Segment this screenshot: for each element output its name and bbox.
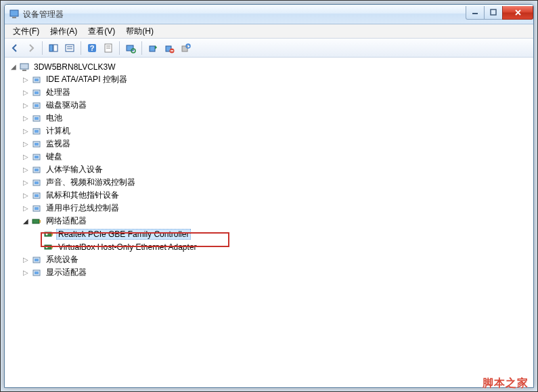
svg-rect-14: [127, 45, 133, 51]
update-icon: [148, 43, 158, 53]
svg-rect-57: [35, 271, 39, 274]
app-icon: [9, 9, 20, 20]
tree-category[interactable]: ▷通用串行总线控制器: [21, 202, 532, 215]
tree-category[interactable]: ▷处理器: [21, 86, 532, 99]
device-manager-window: 设备管理器 文件(F) 操作(A) 查看(V) 帮助(H) ?: [4, 4, 534, 388]
tree-category[interactable]: ▷计算机: [21, 125, 532, 137]
tree-category[interactable]: ▷鼠标和其他指针设备: [21, 189, 532, 202]
svg-point-53: [46, 246, 48, 248]
titlebar[interactable]: 设备管理器: [5, 5, 533, 24]
expand-icon[interactable]: ▷: [21, 191, 30, 200]
minimize-button[interactable]: [466, 6, 485, 20]
tree-root[interactable]: ◢3DW5BRN8LVCLK3W: [9, 60, 532, 73]
network-adapter-icon: [31, 216, 42, 227]
svg-text:?: ?: [90, 44, 95, 52]
properties-button[interactable]: [101, 41, 116, 56]
expand-icon[interactable]: ▷: [21, 204, 30, 213]
toolbar-separator: [141, 41, 142, 55]
device-category-icon: [31, 165, 42, 175]
expand-icon[interactable]: ▷: [21, 139, 30, 149]
menu-file[interactable]: 文件(F): [7, 24, 45, 39]
show-hide-button[interactable]: [46, 41, 61, 56]
uninstall-button[interactable]: [178, 41, 193, 56]
tree-category[interactable]: ▷系统设备: [21, 253, 532, 266]
svg-point-50: [46, 233, 48, 235]
show-pane-icon: [48, 43, 59, 53]
svg-rect-37: [35, 156, 39, 158]
update-driver-button[interactable]: [145, 41, 160, 56]
tree-category-label: 计算机: [44, 125, 72, 137]
expand-icon[interactable]: ▷: [21, 101, 30, 110]
disable-icon: [164, 43, 175, 53]
tree-category[interactable]: ▷磁盘驱动器: [21, 99, 532, 112]
expand-icon[interactable]: ▷: [21, 152, 30, 162]
svg-rect-25: [35, 79, 39, 81]
tree-category-label: 声音、视频和游戏控制器: [44, 176, 137, 189]
tree-device[interactable]: VirtualBox Host-Only Ethernet Adapter: [33, 240, 532, 253]
tree-device[interactable]: Realtek PCIe GBE Family Controller: [33, 227, 532, 240]
svg-rect-55: [35, 259, 39, 261]
svg-rect-31: [35, 117, 39, 120]
menubar: 文件(F) 操作(A) 查看(V) 帮助(H): [5, 24, 533, 39]
network-card-icon: [43, 229, 54, 240]
help-icon: ?: [87, 43, 97, 53]
expand-icon[interactable]: ▷: [21, 127, 30, 136]
tree-category-label: 处理器: [44, 86, 72, 99]
tree-category[interactable]: ▷键盘: [21, 150, 532, 163]
svg-rect-33: [35, 130, 39, 133]
tree-category[interactable]: ◢网络适配器: [21, 215, 532, 227]
details-button[interactable]: [62, 41, 77, 56]
collapse-icon[interactable]: ◢: [21, 217, 30, 226]
tree-category-label: 磁盘驱动器: [44, 99, 89, 112]
toolbar-separator: [42, 41, 43, 55]
forward-button[interactable]: [24, 41, 39, 56]
tree-view[interactable]: ◢3DW5BRN8LVCLK3W▷IDE ATA/ATAPI 控制器▷处理器▷磁…: [5, 58, 533, 387]
watermark-text: 脚本之家: [483, 376, 529, 391]
svg-rect-6: [66, 45, 74, 51]
expand-icon[interactable]: ▷: [21, 75, 30, 85]
svg-rect-4: [49, 45, 53, 51]
toolbar-separator: [81, 41, 81, 55]
disable-button[interactable]: [162, 41, 177, 56]
tree-category[interactable]: ▷电池: [21, 112, 532, 125]
svg-rect-27: [35, 91, 39, 94]
toolbar: ?: [5, 39, 533, 58]
device-category-icon: [31, 177, 42, 188]
device-category-icon: [31, 113, 42, 124]
toolbar-separator: [119, 41, 120, 55]
help-button[interactable]: ?: [85, 41, 99, 56]
back-button[interactable]: [7, 41, 22, 56]
close-button[interactable]: [502, 6, 533, 20]
expand-icon[interactable]: ▷: [21, 165, 30, 175]
tree-category-label: 鼠标和其他指针设备: [44, 189, 121, 202]
svg-rect-1: [12, 17, 16, 18]
device-category-icon: [31, 152, 42, 162]
expand-icon[interactable]: ▷: [21, 268, 30, 278]
forward-arrow-icon: [26, 43, 37, 53]
expand-icon[interactable]: ▷: [21, 178, 30, 188]
device-category-icon: [31, 139, 42, 150]
svg-rect-29: [35, 104, 39, 107]
tree-category-label: 通用串行总线控制器: [44, 202, 121, 215]
expand-icon[interactable]: ▷: [21, 88, 30, 97]
menu-action[interactable]: 操作(A): [45, 24, 83, 39]
expand-icon[interactable]: ▷: [21, 114, 30, 123]
tree-category[interactable]: ▷声音、视频和游戏控制器: [21, 176, 532, 189]
computer-icon: [19, 62, 30, 72]
tree-category[interactable]: ▷IDE ATA/ATAPI 控制器: [21, 73, 532, 86]
tree-category[interactable]: ▷人体学输入设备: [21, 163, 532, 176]
device-category-icon: [31, 203, 42, 214]
menu-help[interactable]: 帮助(H): [120, 24, 159, 39]
device-category-icon: [31, 74, 42, 85]
expand-icon[interactable]: ▷: [21, 255, 30, 265]
scan-button[interactable]: [123, 41, 138, 56]
tree-category[interactable]: ▷显示适配器: [21, 266, 532, 279]
menu-view[interactable]: 查看(V): [83, 24, 120, 39]
expander-icon[interactable]: ◢: [9, 62, 18, 72]
maximize-button[interactable]: [484, 6, 503, 20]
device-category-icon: [31, 267, 42, 278]
tree-category[interactable]: ▷监视器: [21, 137, 532, 150]
svg-rect-5: [53, 45, 58, 51]
svg-rect-52: [51, 246, 53, 248]
back-arrow-icon: [9, 43, 20, 53]
